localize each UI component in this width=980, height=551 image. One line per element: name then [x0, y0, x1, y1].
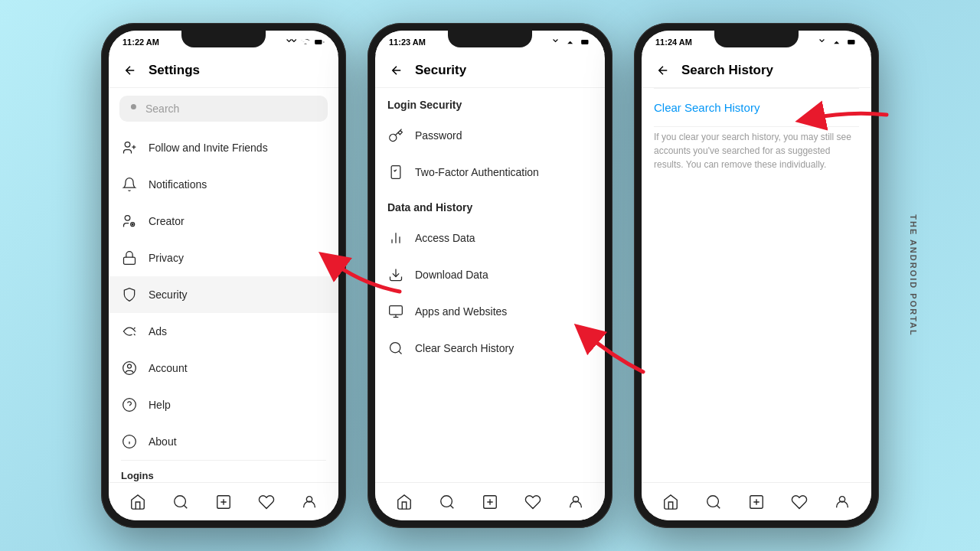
svg-point-1	[125, 142, 130, 148]
data-history-title: Data and History	[375, 191, 605, 220]
svg-point-2	[125, 216, 130, 221]
svg-point-40	[707, 495, 719, 507]
settings-item-security[interactable]: Security	[109, 276, 338, 313]
settings-header: Settings	[109, 54, 338, 88]
add-nav-2[interactable]	[479, 491, 501, 513]
notifications-label: Notifications	[149, 178, 207, 191]
download-icon	[387, 266, 404, 283]
search-nav-3[interactable]	[703, 491, 724, 513]
status-bar-2: 11:23 AM	[375, 31, 605, 54]
notch-3	[714, 31, 799, 47]
notch-2	[448, 31, 532, 47]
security-scroll[interactable]: Login Security Password Two-Factor Authe…	[375, 88, 605, 482]
logins-section: Logins	[109, 461, 338, 482]
heart-nav-3[interactable]	[789, 491, 810, 513]
question-icon	[121, 396, 138, 413]
monitor-icon	[387, 303, 404, 320]
back-button-security[interactable]	[387, 61, 406, 80]
svg-rect-27	[390, 306, 403, 315]
time-3: 11:24 AM	[655, 37, 692, 47]
profile-nav-3[interactable]	[831, 491, 853, 513]
settings-item-notifications[interactable]: Notifications	[109, 166, 338, 203]
privacy-label: Privacy	[149, 252, 184, 264]
time-2: 11:23 AM	[389, 37, 426, 47]
download-data-label: Download Data	[415, 269, 488, 281]
clear-search-label: Clear Search History	[415, 342, 514, 354]
heart-nav-2[interactable]	[522, 491, 544, 513]
person-add-icon	[121, 139, 138, 156]
person-circle-icon	[121, 360, 138, 377]
phone-settings: 11:22 AM Settings	[101, 23, 346, 528]
megaphone-icon	[121, 323, 138, 340]
follow-label: Follow and Invite Friends	[149, 142, 268, 154]
download-data-item[interactable]: Download Data	[375, 256, 605, 293]
svg-point-7	[128, 364, 132, 368]
svg-line-41	[717, 505, 720, 508]
apps-websites-label: Apps and Websites	[415, 305, 507, 318]
settings-item-ads[interactable]: Ads	[109, 313, 338, 350]
bottom-nav-3	[642, 482, 871, 520]
settings-item-help[interactable]: Help	[109, 386, 338, 423]
tfa-label: Two-Factor Authentication	[415, 166, 539, 178]
settings-item-creator[interactable]: Creator	[109, 203, 338, 240]
status-icons-3	[819, 37, 858, 47]
status-bar-1: 11:22 AM	[109, 31, 338, 54]
lock-icon	[121, 249, 138, 266]
settings-item-about[interactable]: About	[109, 423, 338, 460]
back-button-history[interactable]	[654, 61, 672, 80]
watermark-text: THE ANDROID PORTAL	[908, 214, 917, 336]
status-bar-3: 11:24 AM	[642, 31, 871, 54]
search-icon	[129, 102, 139, 116]
password-item[interactable]: Password	[375, 117, 605, 154]
clear-search-item[interactable]: Clear Search History	[375, 330, 605, 367]
search-nav[interactable]	[170, 491, 191, 513]
security-label: Security	[149, 289, 188, 301]
svg-point-30	[390, 343, 400, 353]
history-scroll[interactable]: Clear Search History If you clear your s…	[642, 88, 871, 482]
access-data-item[interactable]: Access Data	[375, 220, 605, 256]
security-page-title: Security	[415, 63, 466, 78]
svg-point-4	[132, 223, 133, 225]
account-label: Account	[149, 362, 188, 374]
password-label: Password	[415, 129, 462, 142]
phone-lock-icon	[387, 164, 404, 181]
search-nav-2[interactable]	[436, 491, 458, 513]
svg-line-33	[450, 505, 453, 508]
time-1: 11:22 AM	[122, 37, 159, 47]
home-nav-3[interactable]	[660, 491, 681, 513]
search-placeholder: Search	[145, 103, 179, 115]
clear-history-link[interactable]: Clear Search History	[642, 89, 871, 126]
about-label: About	[149, 435, 177, 448]
apps-websites-item[interactable]: Apps and Websites	[375, 293, 605, 330]
info-icon	[121, 433, 138, 450]
bottom-nav-1	[109, 482, 338, 520]
add-nav[interactable]	[213, 491, 234, 513]
settings-scroll[interactable]: Search Follow and Invite Friends Notific…	[109, 88, 338, 482]
phones-container: 11:22 AM Settings	[101, 23, 879, 528]
add-nav-3[interactable]	[746, 491, 767, 513]
bar-chart-icon	[387, 230, 404, 246]
creator-label: Creator	[149, 215, 185, 227]
heart-nav[interactable]	[256, 491, 277, 513]
svg-line-31	[399, 351, 402, 354]
back-button-settings[interactable]	[121, 61, 139, 80]
settings-item-account[interactable]: Account	[109, 350, 338, 386]
svg-point-13	[175, 495, 186, 507]
search-circle-icon	[387, 340, 404, 357]
search-history-header: Search History	[642, 54, 871, 88]
profile-nav-2[interactable]	[565, 491, 586, 513]
profile-nav[interactable]	[299, 491, 320, 513]
phone-security: 11:23 AM Security Login Security	[368, 23, 612, 528]
key-icon	[387, 127, 404, 144]
svg-rect-39	[848, 40, 854, 44]
settings-item-privacy[interactable]: Privacy	[109, 240, 338, 276]
login-security-title: Login Security	[375, 88, 605, 117]
bottom-nav-2	[375, 482, 605, 520]
settings-item-follow[interactable]: Follow and Invite Friends	[109, 129, 338, 166]
tfa-item[interactable]: Two-Factor Authentication	[375, 154, 605, 191]
status-icons-1	[286, 37, 325, 47]
search-bar[interactable]: Search	[119, 96, 328, 122]
home-nav[interactable]	[127, 491, 149, 513]
home-nav-2[interactable]	[394, 491, 415, 513]
creator-icon	[121, 213, 138, 230]
